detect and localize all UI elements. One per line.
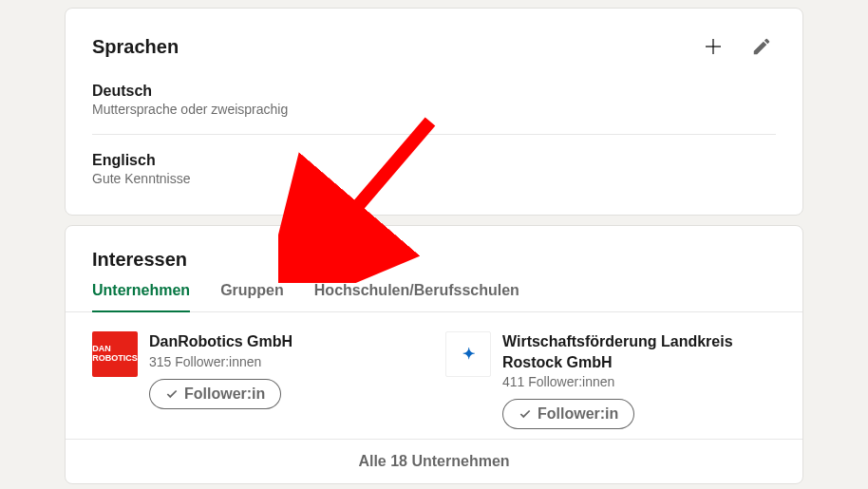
pencil-icon bbox=[751, 36, 772, 57]
company-name-link[interactable]: Wirtschaftsförderung Landkreis Rostock G… bbox=[502, 331, 776, 372]
company-list: DAN ROBOTICS DanRobotics GmbH 315 Follow… bbox=[92, 312, 776, 439]
edit-languages-button[interactable] bbox=[747, 31, 776, 62]
follow-button-label: Follower:in bbox=[184, 386, 265, 403]
company-followers: 315 Follower:innen bbox=[149, 354, 261, 369]
interests-header: Interessen bbox=[92, 249, 776, 271]
language-level: Gute Kenntnisse bbox=[92, 171, 776, 186]
company-item: DAN ROBOTICS DanRobotics GmbH 315 Follow… bbox=[92, 331, 423, 429]
language-item: Englisch Gute Kenntnisse bbox=[92, 148, 776, 199]
interests-tabs: Unternehmen Gruppen Hochschulen/Berufssc… bbox=[66, 282, 802, 312]
company-logo[interactable]: DAN ROBOTICS bbox=[92, 331, 138, 377]
languages-card: Sprachen Deutsch Muttersprache oder zwei… bbox=[65, 8, 803, 216]
language-item: Deutsch Muttersprache oder zweisprachig bbox=[92, 79, 776, 130]
interests-title: Interessen bbox=[92, 249, 187, 271]
check-icon bbox=[519, 407, 532, 421]
tab-hochschulen[interactable]: Hochschulen/Berufsschulen bbox=[314, 282, 519, 312]
interests-footer: Alle 18 Unternehmen bbox=[66, 439, 802, 483]
follow-button[interactable]: Follower:in bbox=[502, 399, 634, 429]
follow-button[interactable]: Follower:in bbox=[149, 379, 281, 409]
add-language-button[interactable] bbox=[698, 31, 728, 62]
language-name: Deutsch bbox=[92, 83, 776, 100]
language-level: Muttersprache oder zweisprachig bbox=[92, 102, 776, 117]
languages-header: Sprachen bbox=[92, 31, 776, 62]
check-icon bbox=[165, 387, 179, 401]
tab-unternehmen[interactable]: Unternehmen bbox=[92, 282, 190, 312]
languages-actions bbox=[698, 31, 776, 62]
divider bbox=[92, 134, 776, 135]
plus-icon bbox=[702, 35, 725, 58]
tab-gruppen[interactable]: Gruppen bbox=[220, 282, 284, 312]
show-all-companies-link[interactable]: Alle 18 Unternehmen bbox=[358, 453, 509, 469]
company-logo[interactable]: ✦ bbox=[445, 331, 491, 377]
company-item: ✦ Wirtschaftsförderung Landkreis Rostock… bbox=[445, 331, 776, 429]
language-name: Englisch bbox=[92, 152, 776, 169]
interests-card: Interessen Unternehmen Gruppen Hochschul… bbox=[65, 225, 803, 484]
follow-button-label: Follower:in bbox=[538, 405, 618, 423]
languages-title: Sprachen bbox=[92, 36, 179, 58]
company-followers: 411 Follower:innen bbox=[502, 374, 614, 389]
company-name-link[interactable]: DanRobotics GmbH bbox=[149, 331, 292, 352]
